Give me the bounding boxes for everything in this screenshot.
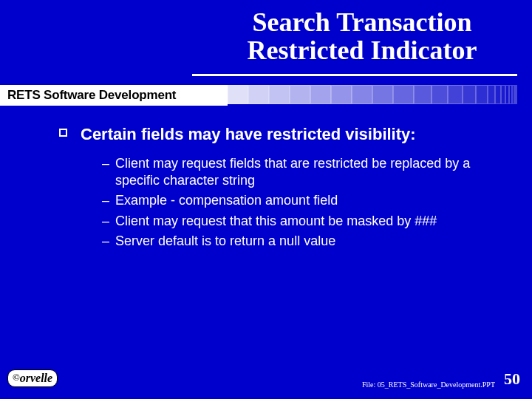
slide-title: Search Transaction Restricted Indicator bbox=[248, 9, 477, 65]
ribbon-label: RETS Software Development bbox=[0, 85, 228, 106]
gradient-cell-icon bbox=[495, 85, 501, 104]
main-bullet: Certain fields may have restricted visib… bbox=[59, 124, 502, 145]
gradient-cell-icon bbox=[269, 85, 290, 104]
list-item: – Server default is to return a null val… bbox=[102, 233, 502, 250]
gradient-cell-icon bbox=[331, 85, 352, 104]
page-number: 50 bbox=[504, 369, 520, 389]
list-item: – Client may request fields that are res… bbox=[102, 155, 502, 190]
gradient-cell-icon bbox=[290, 85, 310, 104]
content-area: Certain fields may have restricted visib… bbox=[59, 124, 502, 253]
ribbon: RETS Software Development bbox=[0, 82, 532, 106]
gradient-cell-icon bbox=[414, 85, 432, 104]
logo-text: orvelle bbox=[20, 372, 52, 384]
sub-bullet-list: – Client may request fields that are res… bbox=[102, 155, 502, 250]
slide: Search Transaction Restricted Indicator … bbox=[0, 0, 532, 399]
gradient-cell-icon bbox=[476, 85, 488, 104]
gradient-cell-icon bbox=[352, 85, 372, 104]
gradient-cell-icon bbox=[248, 85, 269, 104]
title-line-1: Search Transaction bbox=[252, 7, 471, 37]
gradient-cell-icon bbox=[516, 85, 517, 104]
title-line-2: Restricted Indicator bbox=[248, 35, 477, 65]
main-bullet-text: Certain fields may have restricted visib… bbox=[81, 124, 416, 145]
list-item: – Example - compensation amount field bbox=[102, 192, 502, 209]
title-area: Search Transaction Restricted Indicator bbox=[0, 0, 532, 68]
gradient-cell-icon bbox=[448, 85, 463, 104]
copyright-icon: © bbox=[13, 372, 20, 383]
gradient-cell-icon bbox=[372, 85, 393, 104]
gradient-cell-icon bbox=[228, 85, 248, 104]
brand-logo: ©orvelle bbox=[7, 369, 58, 387]
gradient-cell-icon bbox=[310, 85, 331, 104]
dash-icon: – bbox=[102, 192, 115, 209]
sub-bullet-text: Client may request that this amount be m… bbox=[115, 213, 502, 230]
ribbon-gradient-icon bbox=[228, 85, 532, 104]
sub-bullet-text: Client may request fields that are restr… bbox=[115, 155, 502, 190]
square-bullet-icon bbox=[59, 129, 67, 137]
dash-icon: – bbox=[102, 213, 115, 230]
gradient-cell-icon bbox=[432, 85, 448, 104]
sub-bullet-text: Server default is to return a null value bbox=[115, 233, 502, 250]
gradient-cell-icon bbox=[463, 85, 476, 104]
title-underline bbox=[192, 74, 517, 76]
dash-icon: – bbox=[102, 155, 115, 172]
sub-bullet-text: Example - compensation amount field bbox=[115, 192, 502, 209]
gradient-cell-icon bbox=[488, 85, 495, 104]
file-label: File: 05_RETS_Software_Development.PPT bbox=[362, 381, 495, 389]
footer: File: 05_RETS_Software_Development.PPT 5… bbox=[362, 369, 520, 389]
dash-icon: – bbox=[102, 233, 115, 250]
list-item: – Client may request that this amount be… bbox=[102, 213, 502, 230]
gradient-cell-icon bbox=[393, 85, 414, 104]
